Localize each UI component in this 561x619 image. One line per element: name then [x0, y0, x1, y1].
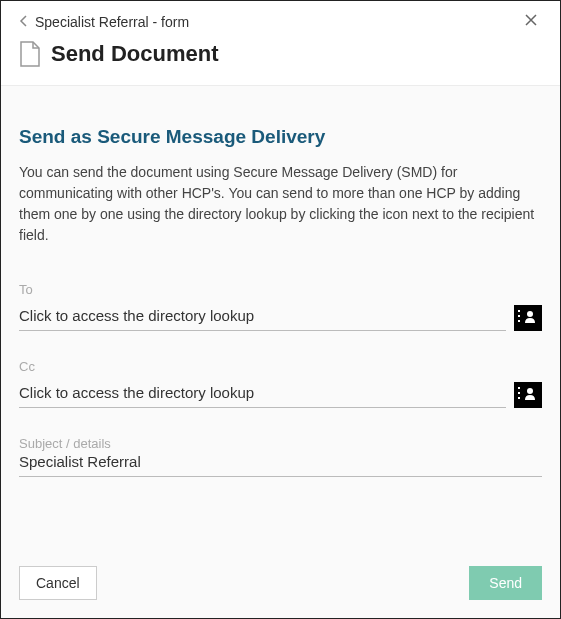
- section-description: You can send the document using Secure M…: [19, 162, 542, 246]
- to-row: [19, 303, 542, 331]
- document-icon: [19, 41, 41, 67]
- close-icon[interactable]: [520, 11, 542, 33]
- svg-rect-4: [518, 387, 520, 389]
- send-document-modal: Specialist Referral - form Send Document…: [0, 0, 561, 619]
- svg-point-3: [527, 311, 533, 317]
- back-chevron-icon[interactable]: [19, 14, 29, 30]
- modal-body: Send as Secure Message Delivery You can …: [1, 86, 560, 552]
- to-input[interactable]: [19, 303, 506, 331]
- cc-directory-lookup-button[interactable]: [514, 382, 542, 408]
- subject-field[interactable]: Subject / details Specialist Referral: [19, 436, 542, 477]
- address-book-icon: [518, 307, 538, 329]
- cc-row: [19, 380, 542, 408]
- cc-field: Cc: [19, 359, 542, 408]
- header-top-row: Specialist Referral - form: [19, 11, 542, 33]
- to-directory-lookup-button[interactable]: [514, 305, 542, 331]
- address-book-icon: [518, 384, 538, 406]
- svg-rect-5: [518, 392, 520, 394]
- cancel-button[interactable]: Cancel: [19, 566, 97, 600]
- section-title: Send as Secure Message Delivery: [19, 126, 542, 148]
- page-title: Send Document: [51, 41, 218, 67]
- subject-value: Specialist Referral: [19, 453, 542, 470]
- svg-rect-1: [518, 315, 520, 317]
- svg-rect-2: [518, 320, 520, 322]
- svg-rect-0: [518, 310, 520, 312]
- subject-label: Subject / details: [19, 436, 542, 451]
- breadcrumb-title: Specialist Referral - form: [35, 14, 189, 30]
- svg-rect-6: [518, 397, 520, 399]
- to-field: To: [19, 282, 542, 331]
- breadcrumb-wrap: Specialist Referral - form: [19, 14, 189, 30]
- svg-point-7: [527, 388, 533, 394]
- cc-input[interactable]: [19, 380, 506, 408]
- modal-header: Specialist Referral - form Send Document: [1, 1, 560, 86]
- modal-footer: Cancel Send: [1, 552, 560, 618]
- cc-label: Cc: [19, 359, 542, 374]
- to-label: To: [19, 282, 542, 297]
- header-title-row: Send Document: [19, 41, 542, 67]
- send-button[interactable]: Send: [469, 566, 542, 600]
